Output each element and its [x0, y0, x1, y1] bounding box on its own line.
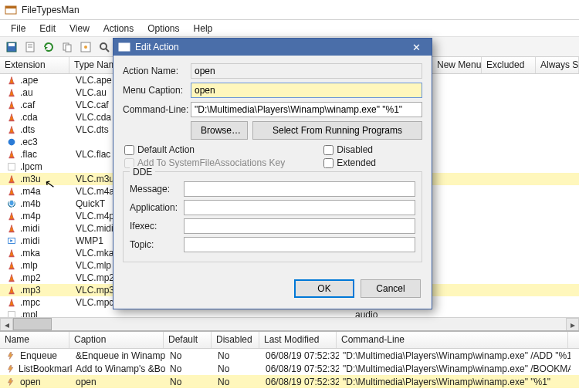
svg-rect-32 — [9, 293, 15, 295]
column-header[interactable]: Always Sh — [536, 57, 579, 73]
menu-caption-input[interactable] — [191, 83, 422, 98]
filetype-icon — [6, 162, 19, 171]
action-icon — [6, 364, 17, 373]
app-icon — [5, 4, 17, 16]
filetype-icon — [6, 137, 19, 147]
svg-rect-1 — [5, 6, 16, 8]
svg-rect-21 — [8, 164, 15, 171]
dialog-icon — [118, 41, 130, 53]
column-header[interactable]: Command-Line — [337, 332, 568, 348]
toolbar-save-icon[interactable] — [3, 39, 20, 56]
ok-button[interactable]: OK — [294, 279, 354, 298]
column-header[interactable]: Extension — [0, 57, 69, 73]
svg-rect-36 — [119, 43, 130, 46]
menu-file[interactable]: File — [5, 22, 32, 35]
scroll-thumb[interactable] — [13, 318, 52, 330]
edit-action-dialog: Edit Action ✕ Action Name: Menu Caption:… — [113, 38, 432, 309]
dialog-title: Edit Action — [135, 42, 179, 52]
column-header[interactable]: Last Modified — [259, 332, 337, 348]
svg-point-19 — [8, 139, 15, 146]
column-header[interactable]: Default — [164, 332, 212, 348]
svg-rect-20 — [9, 157, 15, 159]
column-header[interactable]: New Menu — [432, 57, 482, 73]
toolbar-props-icon[interactable] — [22, 39, 39, 56]
menu-edit[interactable]: Edit — [33, 22, 62, 35]
select-running-button[interactable]: Select From Running Programs — [252, 121, 422, 140]
menu-help[interactable]: Help — [188, 22, 219, 35]
action-icon — [6, 351, 19, 360]
filetype-icon — [6, 224, 19, 233]
disabled-checkbox[interactable]: Disabled — [323, 144, 376, 155]
dde-group: DDE Message: Application: Ifexec: Topic: — [123, 171, 422, 262]
menu-view[interactable]: View — [63, 22, 96, 35]
actions-grid-body[interactable]: Enqueue&Enqueue in WinampNoNo06/08/19 07… — [0, 349, 579, 388]
svg-rect-27 — [9, 231, 15, 233]
column-header[interactable]: Caption — [69, 332, 164, 348]
svg-point-11 — [100, 43, 107, 49]
filetype-icon — [6, 187, 19, 196]
svg-rect-3 — [8, 43, 15, 46]
menu-options[interactable]: Options — [141, 22, 185, 35]
filetype-icon — [6, 88, 19, 97]
close-icon[interactable]: ✕ — [405, 40, 427, 54]
action-icon — [6, 377, 19, 387]
message-input[interactable] — [184, 181, 415, 197]
column-header[interactable]: Excluded — [482, 57, 536, 73]
browse-button[interactable]: Browse… — [191, 121, 248, 140]
table-row[interactable]: openopenNoNo06/08/19 07:52:32"D:\Multime… — [0, 375, 579, 388]
extended-checkbox[interactable]: Extended — [323, 157, 376, 168]
svg-line-12 — [106, 49, 109, 52]
svg-rect-14 — [9, 83, 15, 85]
window-title: FileTypesMan — [22, 5, 80, 15]
application-input[interactable] — [184, 200, 415, 215]
svg-rect-15 — [9, 96, 15, 97]
svg-rect-23 — [9, 194, 15, 196]
filetype-icon — [6, 286, 19, 295]
svg-rect-29 — [9, 256, 15, 258]
default-action-checkbox[interactable]: Default Action — [124, 144, 285, 155]
toolbar-settings-icon[interactable] — [77, 39, 94, 56]
action-name-input — [191, 63, 422, 79]
cancel-button[interactable]: Cancel — [361, 279, 421, 298]
label-ifexec: Ifexec: — [130, 221, 184, 231]
column-header[interactable]: Name — [0, 332, 69, 348]
toolbar-copy-icon[interactable] — [59, 39, 76, 56]
filetype-icon — [6, 150, 19, 159]
actions-grid-header: NameCaptionDefaultDisabledLast ModifiedC… — [0, 332, 579, 349]
svg-rect-31 — [9, 281, 15, 282]
table-row[interactable]: ListBookmarkAdd to Winamp's &Bo…NoNo06/0… — [0, 362, 579, 375]
menu-actions[interactable]: Actions — [97, 22, 140, 35]
ifexec-input[interactable] — [184, 218, 415, 234]
toolbar-refresh-icon[interactable] — [40, 39, 57, 56]
filetype-icon — [6, 113, 19, 122]
dde-group-title: DDE — [130, 167, 155, 177]
svg-rect-33 — [9, 306, 15, 307]
extensions-grid-hscroll[interactable]: ◂ ▸ — [0, 317, 579, 330]
label-action-name: Action Name: — [123, 66, 191, 76]
label-application: Application: — [130, 202, 184, 213]
filetype-icon — [6, 125, 19, 134]
svg-rect-30 — [9, 269, 15, 270]
actions-grid: NameCaptionDefaultDisabledLast ModifiedC… — [0, 330, 579, 392]
column-header[interactable]: Disabled — [212, 332, 259, 348]
table-row[interactable]: Enqueue&Enqueue in WinampNoNo06/08/19 07… — [0, 349, 579, 362]
window-titlebar: FileTypesMan — [0, 0, 579, 20]
scroll-left-icon[interactable]: ◂ — [0, 318, 13, 330]
filetype-icon — [6, 236, 19, 245]
svg-rect-26 — [9, 219, 15, 221]
label-menu-caption: Menu Caption: — [123, 85, 191, 96]
command-line-input[interactable] — [191, 102, 422, 117]
topic-input[interactable] — [184, 237, 415, 252]
toolbar-find-icon[interactable] — [96, 39, 113, 56]
filetype-icon — [6, 76, 19, 85]
menu-bar: File Edit View Actions Options Help — [0, 20, 579, 37]
dialog-titlebar[interactable]: Edit Action ✕ — [113, 39, 432, 56]
scroll-right-icon[interactable]: ▸ — [566, 318, 579, 330]
filetype-icon — [6, 100, 19, 110]
svg-rect-8 — [66, 45, 71, 52]
filetype-icon — [6, 298, 19, 307]
svg-text:Q: Q — [8, 199, 15, 208]
filetype-icon — [6, 211, 19, 221]
svg-rect-17 — [9, 120, 15, 122]
label-topic: Topic: — [130, 239, 184, 250]
